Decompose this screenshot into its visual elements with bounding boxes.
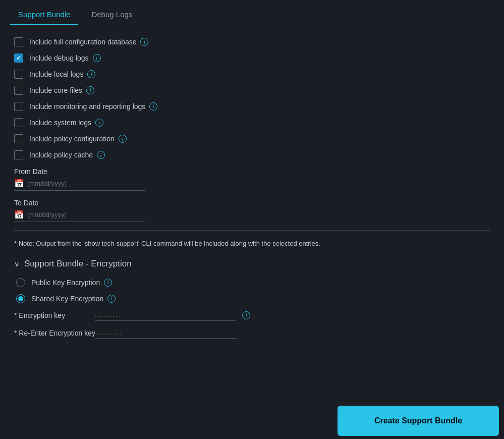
checkbox-policy-config[interactable] <box>14 134 23 143</box>
info-icon-public-key[interactable]: i <box>104 279 112 287</box>
checkbox-label-system-logs: Include system logs <box>29 119 91 127</box>
checkbox-label-policy-config: Include policy configuration <box>29 135 115 143</box>
radio-row-public-key: Public Key Encryption i <box>16 278 490 287</box>
checkbox-policy-cache[interactable] <box>14 150 23 159</box>
radio-public-key[interactable] <box>16 278 25 287</box>
to-date-section: To Date 📅 (mm/dd/yyyy) <box>14 199 490 222</box>
encryption-key-input[interactable] <box>95 310 216 318</box>
re-enter-key-row: * Re-Enter Encryption key <box>14 328 490 339</box>
checkbox-label-debug-logs: Include debug logs <box>29 54 89 62</box>
info-icon-local-logs[interactable]: i <box>87 70 95 78</box>
checkbox-label-local-logs: Include local logs <box>29 70 83 78</box>
button-area: Create Support Bundle <box>332 403 504 439</box>
encryption-header: ∨ Support Bundle - Encryption <box>14 259 490 269</box>
checkbox-row-policy-cache: Include policy cache i <box>14 150 490 159</box>
chevron-icon[interactable]: ∨ <box>14 260 19 268</box>
checkbox-row-monitoring-logs: Include monitoring and reporting logs i <box>14 102 490 111</box>
info-icon-debug-logs[interactable]: i <box>93 54 101 62</box>
re-enter-key-input-wrapper <box>95 328 237 339</box>
checkbox-row-full-config-db: Include full configuration database i <box>14 37 490 46</box>
checkbox-row-local-logs: Include local logs i <box>14 70 490 79</box>
divider <box>14 230 490 231</box>
from-date-section: From Date 📅 (mm/dd/yyyy) <box>14 168 490 191</box>
to-date-label: To Date <box>14 199 490 207</box>
info-icon-full-config-db[interactable]: i <box>140 38 148 46</box>
checkbox-label-core-files: Include core files <box>29 86 82 94</box>
from-date-input-row: 📅 (mm/dd/yyyy) <box>14 179 145 191</box>
info-icon-policy-config[interactable]: i <box>119 135 127 143</box>
info-icon-core-files[interactable]: i <box>86 86 94 94</box>
calendar-icon-from[interactable]: 📅 <box>14 179 24 188</box>
info-icon-encryption-key[interactable]: i <box>242 311 250 319</box>
re-enter-key-input[interactable] <box>95 328 216 336</box>
re-enter-key-label: * Re-Enter Encryption key <box>14 329 95 337</box>
checkbox-label-monitoring-logs: Include monitoring and reporting logs <box>29 102 145 111</box>
page-container: Support Bundle Debug Logs Include full c… <box>0 0 504 358</box>
to-date-input-row: 📅 (mm/dd/yyyy) <box>14 210 145 222</box>
info-icon-shared-key[interactable]: i <box>107 295 116 303</box>
info-icon-system-logs[interactable]: i <box>95 119 103 127</box>
checkbox-system-logs[interactable] <box>14 118 23 127</box>
calendar-icon-to[interactable]: 📅 <box>14 210 24 220</box>
checkboxes-section: Include full configuration database i In… <box>14 37 490 159</box>
radio-label-shared-key: Shared Key Encryption <box>31 295 103 303</box>
encryption-key-label: * Encryption key <box>14 311 95 319</box>
info-icon-policy-cache[interactable]: i <box>97 151 105 159</box>
encryption-section: ∨ Support Bundle - Encryption Public Key… <box>14 259 490 339</box>
tab-support-bundle[interactable]: Support Bundle <box>10 5 78 25</box>
radio-label-public-key: Public Key Encryption <box>31 279 100 287</box>
radio-row-shared-key: Shared Key Encryption i <box>16 294 490 303</box>
checkbox-row-core-files: Include core files i <box>14 86 490 95</box>
radio-shared-key[interactable] <box>16 294 25 303</box>
checkbox-row-debug-logs: Include debug logs i <box>14 53 490 63</box>
info-icon-monitoring-logs[interactable]: i <box>149 102 157 111</box>
checkbox-row-system-logs: Include system logs i <box>14 118 490 127</box>
encryption-key-input-wrapper <box>95 310 236 321</box>
checkbox-local-logs[interactable] <box>14 70 23 79</box>
to-date-placeholder: (mm/dd/yyyy) <box>27 211 67 218</box>
checkbox-core-files[interactable] <box>14 86 23 95</box>
tab-debug-logs[interactable]: Debug Logs <box>83 5 140 25</box>
from-date-placeholder: (mm/dd/yyyy) <box>27 180 67 187</box>
checkbox-monitoring-logs[interactable] <box>14 102 23 111</box>
main-content: Include full configuration database i In… <box>0 25 504 358</box>
encryption-section-title: Support Bundle - Encryption <box>24 259 132 269</box>
from-date-label: From Date <box>14 168 490 176</box>
checkbox-full-config-db[interactable] <box>14 37 23 46</box>
create-support-bundle-button[interactable]: Create Support Bundle <box>338 406 499 436</box>
checkbox-row-policy-config: Include policy configuration i <box>14 134 490 143</box>
checkbox-debug-logs[interactable] <box>14 53 23 63</box>
encryption-key-row: * Encryption key i <box>14 310 490 321</box>
note-text: * Note: Output from the 'show tech-suppo… <box>14 239 490 249</box>
tabs-bar: Support Bundle Debug Logs <box>0 0 504 25</box>
checkbox-label-full-config-db: Include full configuration database <box>29 38 136 46</box>
checkbox-label-policy-cache: Include policy cache <box>29 151 93 159</box>
